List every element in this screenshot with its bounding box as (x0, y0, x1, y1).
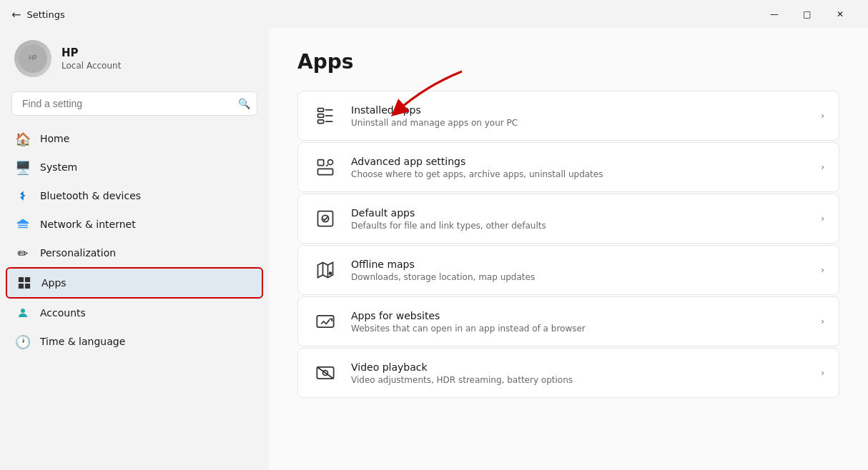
apps-icon (17, 276, 31, 290)
apps-for-websites-icon (312, 309, 338, 334)
svg-point-6 (21, 309, 25, 313)
sidebar-item-network[interactable]: Network & internet (6, 210, 263, 239)
sidebar-item-time[interactable]: 🕐 Time & language (6, 327, 263, 356)
sidebar: HP HP Local Account 🔍 🏠 Home 🖥️ System (0, 29, 269, 470)
svg-point-15 (328, 160, 333, 165)
time-icon: 🕐 (16, 334, 30, 349)
advanced-app-settings-chevron: › (821, 162, 824, 172)
avatar: HP (14, 40, 51, 77)
network-icon (16, 217, 30, 231)
sidebar-item-home-label: Home (40, 133, 69, 144)
back-button[interactable]: ← (11, 8, 21, 21)
default-apps-chevron: › (821, 214, 824, 224)
offline-maps-chevron: › (821, 265, 824, 275)
minimize-button[interactable]: — (758, 3, 791, 26)
sidebar-item-time-label: Time & language (40, 336, 125, 347)
svg-rect-16 (318, 169, 333, 174)
advanced-app-settings-title: Advanced app settings (351, 156, 808, 167)
sidebar-item-accounts-label: Accounts (40, 307, 86, 319)
apps-for-websites-chevron: › (821, 316, 824, 326)
close-button[interactable]: ✕ (824, 3, 857, 26)
page-title: Apps (297, 50, 839, 74)
apps-for-websites-title: Apps for websites (351, 310, 808, 321)
installed-apps-chevron: › (821, 111, 824, 121)
search-box: 🔍 (11, 91, 257, 116)
home-icon: 🏠 (16, 131, 30, 146)
installed-apps-icon (312, 103, 338, 129)
offline-maps-title: Offline maps (351, 259, 808, 270)
video-playback-chevron: › (821, 368, 824, 378)
sidebar-item-personalization[interactable]: ✏️ Personalization (6, 239, 263, 267)
window-controls: — □ ✕ (758, 3, 857, 26)
svg-rect-5 (25, 284, 30, 289)
offline-maps-text: Offline maps Downloads, storage location… (351, 259, 808, 282)
svg-rect-3 (25, 277, 30, 282)
video-playback-icon (312, 360, 338, 386)
system-icon: 🖥️ (16, 160, 30, 174)
svg-rect-10 (318, 114, 324, 118)
main-content: Apps (269, 29, 868, 470)
profile-sub: Local Account (61, 61, 121, 71)
sidebar-item-bluetooth-label: Bluetooth & devices (40, 190, 141, 201)
sidebar-item-home[interactable]: 🏠 Home (6, 124, 263, 153)
default-apps-title: Default apps (351, 207, 808, 219)
svg-rect-2 (19, 277, 24, 282)
svg-point-21 (329, 271, 332, 275)
video-playback-item[interactable]: Video playback Video adjustments, HDR st… (297, 348, 839, 398)
default-apps-item[interactable]: Default apps Defaults for file and link … (297, 194, 839, 244)
apps-for-websites-text: Apps for websites Websites that can open… (351, 310, 808, 334)
installed-apps-item[interactable]: Installed apps Uninstall and manage apps… (297, 91, 839, 141)
advanced-app-settings-desc: Choose where to get apps, archive apps, … (351, 169, 808, 179)
default-apps-icon (312, 206, 338, 231)
svg-rect-4 (19, 284, 24, 289)
default-apps-text: Default apps Defaults for file and link … (351, 207, 808, 231)
sidebar-item-personalization-label: Personalization (40, 247, 116, 259)
personalization-icon: ✏️ (16, 246, 30, 260)
profile-name: HP (61, 46, 121, 59)
video-playback-title: Video playback (351, 361, 808, 373)
profile-info: HP Local Account (61, 46, 121, 71)
nav-list: 🏠 Home 🖥️ System Bluetooth & devices Net… (0, 124, 269, 356)
offline-maps-desc: Downloads, storage location, map updates (351, 272, 808, 282)
sidebar-item-bluetooth[interactable]: Bluetooth & devices (6, 181, 263, 210)
maximize-button[interactable]: □ (791, 3, 824, 26)
offline-maps-item[interactable]: Offline maps Downloads, storage location… (297, 245, 839, 295)
advanced-app-settings-text: Advanced app settings Choose where to ge… (351, 156, 808, 179)
search-icon: 🔍 (238, 98, 250, 109)
sidebar-item-system[interactable]: 🖥️ System (6, 153, 263, 181)
sidebar-item-network-label: Network & internet (40, 219, 136, 230)
advanced-app-settings-icon (312, 154, 338, 180)
sidebar-item-system-label: System (40, 161, 77, 173)
advanced-app-settings-item[interactable]: Advanced app settings Choose where to ge… (297, 142, 839, 192)
svg-rect-8 (318, 109, 324, 112)
settings-list: Installed apps Uninstall and manage apps… (297, 91, 839, 398)
search-input[interactable] (11, 91, 257, 116)
offline-maps-icon (312, 257, 338, 283)
svg-rect-14 (318, 160, 324, 166)
accounts-icon (16, 306, 30, 320)
installed-apps-desc: Uninstall and manage apps on your PC (351, 118, 808, 128)
sidebar-item-apps[interactable]: Apps (6, 267, 263, 299)
video-playback-desc: Video adjustments, HDR streaming, batter… (351, 375, 808, 385)
svg-line-25 (317, 367, 333, 379)
apps-for-websites-desc: Websites that can open in an app instead… (351, 324, 808, 334)
sidebar-item-apps-label: Apps (41, 277, 66, 289)
window-title: Settings (26, 9, 64, 20)
installed-apps-text: Installed apps Uninstall and manage apps… (351, 104, 808, 128)
app-body: HP HP Local Account 🔍 🏠 Home 🖥️ System (0, 29, 868, 470)
bluetooth-icon (16, 189, 30, 203)
titlebar: ← Settings — □ ✕ (0, 0, 868, 29)
svg-rect-22 (317, 316, 333, 327)
video-playback-text: Video playback Video adjustments, HDR st… (351, 361, 808, 385)
profile-area[interactable]: HP HP Local Account (0, 29, 269, 91)
apps-for-websites-item[interactable]: Apps for websites Websites that can open… (297, 296, 839, 346)
sidebar-item-accounts[interactable]: Accounts (6, 299, 263, 327)
installed-apps-title: Installed apps (351, 104, 808, 116)
default-apps-desc: Defaults for file and link types, other … (351, 221, 808, 231)
svg-text:HP: HP (29, 55, 37, 61)
svg-rect-12 (318, 120, 324, 124)
